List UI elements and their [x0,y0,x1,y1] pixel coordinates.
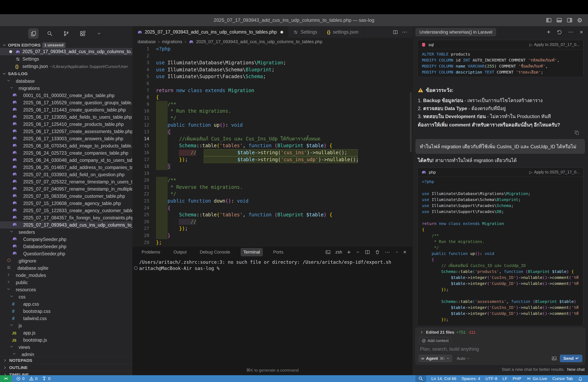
code-line[interactable]: 22 */ [132,191,412,198]
status-item-0[interactable]: 0 [42,376,50,381]
breadcrumb-item[interactable]: migrations [162,39,182,44]
tree-file[interactable]: #bootstrap.css [0,308,132,315]
layout-bottom-icon[interactable] [556,17,562,23]
tree-file[interactable]: 2025_07_15_120608_create_agency_table.ph… [0,200,132,207]
editor-tab[interactable]: {}settings.json [322,26,363,38]
ai-suggestion-overlay[interactable]: $table->string('cus_ins_udp')->nullable(… [204,156,358,163]
open-editor-item[interactable]: {} settings.json~/Library/Application Su… [0,63,132,70]
project-root-header[interactable]: SAS-LOG [2,70,28,77]
tree-file[interactable]: 2025_06_18_070343_add_image_to_products_… [0,142,132,150]
close-icon[interactable]: × [580,29,583,35]
code-line[interactable]: 24 { [132,205,412,211]
code-line[interactable]: 26 // [132,218,412,225]
tree-file[interactable]: 2025_06_25_014657_add_address_to_compani… [0,164,132,171]
tree-file[interactable]: 0001_01_01_000002_create_jobs_table.php [0,92,132,99]
code-line[interactable]: 5use Illuminate\Support\Facades\Schema; [132,73,412,80]
tree-folder[interactable]: migrations [0,85,132,92]
terminal-output[interactable]: /Users/aritach/.zshrc:source:3: no such … [132,258,412,271]
sidebar-section-notepads[interactable]: NOTEPADS [0,357,132,364]
breadcrumb-item[interactable]: database [138,39,156,44]
code-line[interactable]: 27 }); [132,225,412,232]
code-line[interactable]: 25 Schema::table('tables', function (Blu… [132,211,412,218]
code-line[interactable]: 16 //$table->string('cus_ins')->nullable… [132,149,412,156]
tree-file[interactable]: #app.css [0,301,132,308]
code-line[interactable]: 7return new class extends Migration [132,87,412,94]
tree-file[interactable]: 2025_07_07_025322_rename_timestamp_in_us… [0,178,132,185]
code-line[interactable]: 1<?php [132,46,412,53]
tree-file[interactable]: #tailwind.css [0,315,132,322]
files-button[interactable] [28,28,39,39]
terminal-tab-debug-console[interactable]: Debug Console [197,248,233,256]
copy-icon[interactable] [574,130,579,135]
tree-folder[interactable]: node_modules [0,272,132,279]
code-line[interactable]: 4use Illuminate\Database\Schema\Blueprin… [132,66,412,73]
tree-file[interactable]: .gitignore [0,257,132,265]
code-line[interactable]: 17 });$table->string('cus_ins_udp')->nul… [132,156,412,163]
more-actions-icon[interactable]: ⋯ [402,29,408,35]
tree-folder[interactable]: views [0,344,132,351]
remote-indicator[interactable]: >< [0,375,12,382]
code-line[interactable]: 29}; [132,239,412,246]
status-item-lf[interactable]: LF [503,376,508,381]
chevron-down-icon[interactable] [356,250,360,254]
terminal-tab-terminal[interactable]: Terminal [241,248,263,256]
status-item-spaces-4[interactable]: Spaces: 4 [462,376,480,381]
code-line[interactable]: 13 { [132,129,412,135]
tree-file[interactable]: 2025_07_07_040957_rename_timestamp_in_mu… [0,185,132,192]
code-line[interactable]: 18 } [132,163,412,170]
chat-composer[interactable]: Edited 21 files +751 -111 @ Add context … [415,328,585,365]
editor-scrollbar[interactable] [410,92,412,152]
code-line[interactable]: 12 public function up(): void [132,122,412,129]
tree-file[interactable]: 2025_07_17_084357_fix_foreign_key_constr… [0,214,132,221]
code-line[interactable]: 14 //เพิ่มคอลัมภ์ Cus_Ins และ Cus_Ins_Ud… [132,135,412,142]
tree-file[interactable]: 2025_06_17_123055_add_fields_to_users_ta… [0,114,132,121]
tree-file[interactable]: JSbootstrap.js [0,336,132,344]
apply-button[interactable]: ▷ Apply to 2025_07_17_0... [529,170,580,175]
sidebar-section-timeline[interactable]: TIMELINE [0,371,132,375]
tree-folder[interactable]: resources [0,286,132,293]
open-editors-header[interactable]: OPEN EDITORS 1 unsaved [2,42,66,49]
tree-file[interactable]: 2025_07_15_083356_create_customer_table.… [0,192,132,200]
terminal-tab-problems[interactable]: Problems [139,248,163,256]
search-button[interactable] [45,28,55,39]
layout-left-icon[interactable] [546,17,552,23]
code-line[interactable]: 9 /** [132,101,412,108]
more-actions-icon[interactable]: ⋯ [385,249,390,255]
code-line[interactable]: 28 } [132,232,412,239]
code-line[interactable]: 19 [132,170,412,177]
add-context-button[interactable]: @ Add context [419,337,451,344]
tree-file[interactable]: 2025_06_17_105529_create_question_groups… [0,99,132,106]
code-line[interactable]: 10 * Run the migrations. [132,108,412,115]
editor-tab[interactable]: Settings [288,26,322,38]
code-line[interactable]: 2 [132,53,412,59]
send-button[interactable]: Send ↵ [560,355,582,362]
code-line[interactable]: 21 * Reverse the migrations. [132,184,412,191]
new-terminal-icon[interactable]: + [347,248,351,256]
terminal-tab-output[interactable]: Output [171,248,189,256]
code-line[interactable]: 23 public function down(): void [132,198,412,205]
chat-input-placeholder[interactable]: Plan, search, build anything [420,346,479,352]
tree-file[interactable]: 2025_07_15_122833_create_agency_customer… [0,207,132,214]
tree-folder[interactable]: js [0,322,132,329]
editor-tab[interactable]: 2025_07_17_093943_add_cus_ins_udp_column… [132,26,288,38]
kill-terminal-icon[interactable] [375,249,380,255]
status-item-go-live[interactable]: Go Live [526,376,547,381]
dots-icon[interactable]: ⋯ [568,29,574,35]
tree-folder[interactable]: public [0,279,132,286]
tree-file[interactable]: 2025_06_17_121443_create_questions_table… [0,106,132,114]
tree-file[interactable]: 2025_06_17_125410_create_products_table.… [0,121,132,128]
model-selector[interactable]: Auto [457,356,470,361]
tree-folder[interactable]: database [0,77,132,85]
open-editor-item[interactable]: Settings [0,55,132,63]
close-panel-icon[interactable]: × [403,249,406,255]
status-item-0[interactable]: 0 [16,376,25,381]
open-editor-item[interactable]: 2025_07_17_093943_add_cus_ins_udp_column… [0,48,132,55]
ai-suggestion-overlay[interactable]: $table->string('cus_ins')->nullable(); [204,149,358,156]
extensions-button[interactable] [77,28,88,39]
split-editor-icon[interactable] [393,30,398,35]
agent-mode-selector[interactable]: ∞ Agent ⌘I [419,355,452,362]
plus-icon[interactable]: + [547,28,551,36]
status-item-ln-14-col-66[interactable]: Ln 14, Col 66 [431,376,456,381]
tree-file[interactable]: database.sqlite [0,265,132,272]
status-item[interactable] [415,375,426,382]
